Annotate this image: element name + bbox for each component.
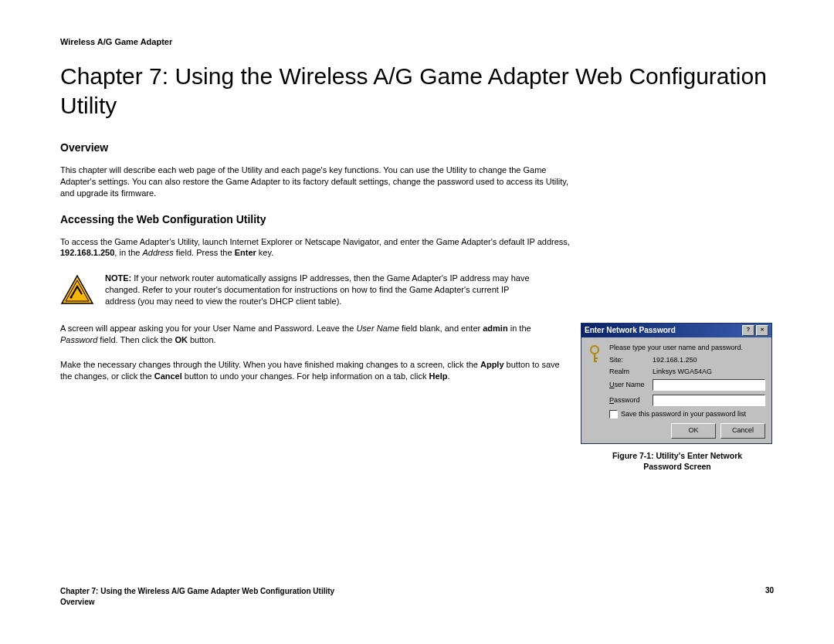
footer-page-number: 30: [765, 586, 774, 595]
dialog-save-password-checkbox[interactable]: [609, 410, 618, 419]
dialog-cancel-button[interactable]: Cancel: [720, 423, 765, 439]
dialog-site-value: 192.168.1.250: [653, 356, 765, 364]
dialog-close-button[interactable]: ×: [756, 325, 768, 336]
footer-section: Overview: [60, 597, 334, 608]
note-text: NOTE: If your network router automatical…: [105, 273, 539, 307]
dialog-username-label: User Name: [609, 381, 653, 388]
footer-chapter: Chapter 7: Using the Wireless A/G Game A…: [60, 586, 334, 597]
dialog-ok-button[interactable]: OK: [671, 423, 716, 439]
dialog-titlebar: Enter Network Password ? ×: [581, 324, 771, 337]
section-accessing-heading: Accessing the Web Configuration Utility: [60, 213, 774, 225]
svg-point-2: [70, 297, 73, 299]
enter-network-password-dialog: Enter Network Password ? ×: [581, 323, 772, 444]
dialog-password-label: Password: [609, 396, 653, 404]
svg-point-3: [591, 346, 598, 354]
dialog-password-input[interactable]: [653, 395, 765, 406]
dialog-site-label: Site:: [609, 356, 653, 364]
svg-rect-6: [594, 361, 597, 362]
running-header: Wireless A/G Game Adapter: [60, 37, 774, 46]
note-block: NOTE: If your network router automatical…: [60, 273, 539, 307]
dialog-realm-label: Realm: [609, 368, 653, 375]
dialog-save-password-label: Save this password in your password list: [621, 410, 746, 418]
page-footer: Chapter 7: Using the Wireless A/G Game A…: [60, 586, 774, 607]
dialog-title-text: Enter Network Password: [585, 326, 676, 334]
section-overview-heading: Overview: [60, 141, 774, 154]
accessing-paragraph-2: A screen will appear asking you for your…: [60, 323, 561, 346]
key-icon: [588, 344, 605, 367]
svg-rect-5: [594, 358, 598, 359]
overview-paragraph: This chapter will describe each web page…: [60, 164, 570, 199]
dialog-username-input[interactable]: [653, 379, 765, 391]
warning-triangle-icon: [60, 274, 94, 305]
accessing-paragraph-1: To access the Game Adapter's Utility, la…: [60, 236, 570, 259]
accessing-paragraph-3: Make the necessary changes through the U…: [60, 359, 561, 382]
figure-caption: Figure 7-1: Utility's Enter Network Pass…: [581, 450, 774, 472]
chapter-title: Chapter 7: Using the Wireless A/G Game A…: [60, 62, 774, 120]
dialog-message: Please type your user name and password.: [609, 344, 765, 351]
dialog-realm-value: Linksys WGA54AG: [653, 368, 765, 375]
dialog-help-button[interactable]: ?: [742, 325, 754, 336]
